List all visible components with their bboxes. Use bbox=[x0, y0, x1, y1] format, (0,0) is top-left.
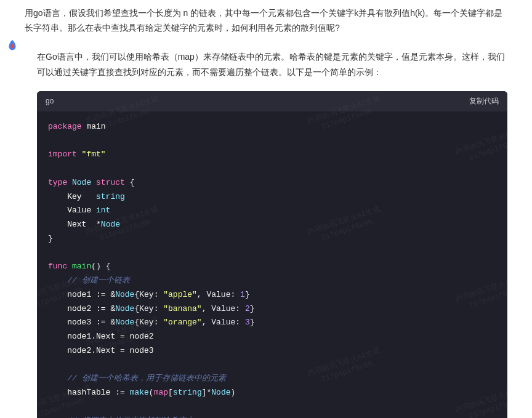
question-text: 用go语言，假设我们希望查找一个长度为 n 的链表，其中每一个元素都包含一个关键… bbox=[25, 8, 502, 33]
response-intro-text: 在Go语言中，我们可以使用哈希表（map）来存储链表中的元素。哈希表的键是元素的… bbox=[37, 49, 507, 80]
code-language-label: go bbox=[46, 97, 54, 105]
assistant-avatar bbox=[5, 38, 20, 53]
copy-code-button[interactable]: 复制代码 bbox=[469, 96, 499, 107]
user-question: 用go语言，假设我们希望查找一个长度为 n 的链表，其中每一个元素都包含一个关键… bbox=[0, 0, 532, 42]
code-block: go 复制代码 package main import "fmt" type N… bbox=[37, 91, 507, 418]
code-body[interactable]: package main import "fmt" type Node stru… bbox=[37, 111, 507, 418]
assistant-response: 在Go语言中，我们可以使用哈希表（map）来存储链表中的元素。哈希表的键是元素的… bbox=[0, 49, 532, 80]
code-header: go 复制代码 bbox=[37, 91, 507, 111]
flame-icon bbox=[6, 39, 19, 52]
